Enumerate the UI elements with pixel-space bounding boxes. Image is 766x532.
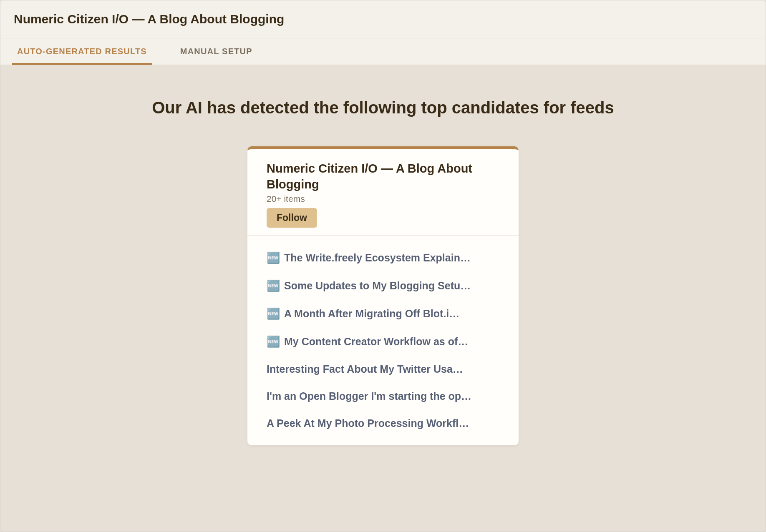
headline: Our AI has detected the following top ca…: [17, 98, 749, 117]
list-item[interactable]: 🆕 A Month After Migrating Off Blot.i…: [247, 300, 519, 328]
list-item[interactable]: 🆕 The Write.freely Ecosystem Explain…: [247, 244, 519, 272]
new-icon: 🆕: [267, 251, 280, 264]
item-text: My Content Creator Workflow as of…: [284, 336, 499, 348]
item-text: Some Updates to My Blogging Setu…: [284, 280, 499, 292]
card-subtitle: 20+ items: [267, 194, 499, 204]
follow-button[interactable]: Follow: [267, 208, 317, 228]
card-header: Numeric Citizen I/O — A Blog About Blogg…: [247, 149, 519, 236]
card-list: 🆕 The Write.freely Ecosystem Explain… 🆕 …: [247, 236, 519, 445]
item-text: Interesting Fact About My Twitter Usa…: [267, 363, 499, 375]
new-icon: 🆕: [267, 307, 280, 320]
item-text: I'm an Open Blogger I'm starting the op…: [267, 390, 499, 402]
tabs: AUTO-GENERATED RESULTS MANUAL SETUP: [0, 38, 766, 65]
page-title: Numeric Citizen I/O — A Blog About Blogg…: [14, 12, 752, 26]
item-text: The Write.freely Ecosystem Explain…: [284, 252, 499, 264]
item-text: A Month After Migrating Off Blot.i…: [284, 308, 499, 320]
header: Numeric Citizen I/O — A Blog About Blogg…: [0, 0, 766, 38]
content: Our AI has detected the following top ca…: [0, 65, 766, 479]
tab-manual-setup[interactable]: MANUAL SETUP: [164, 38, 269, 65]
list-item[interactable]: A Peek At My Photo Processing Workfl…: [247, 410, 519, 437]
list-item[interactable]: I'm an Open Blogger I'm starting the op…: [247, 383, 519, 410]
new-icon: 🆕: [267, 335, 280, 348]
feed-card: Numeric Citizen I/O — A Blog About Blogg…: [247, 146, 519, 445]
list-item[interactable]: Interesting Fact About My Twitter Usa…: [247, 356, 519, 383]
card-title: Numeric Citizen I/O — A Blog About Blogg…: [267, 161, 499, 192]
tab-auto-generated[interactable]: AUTO-GENERATED RESULTS: [0, 38, 164, 65]
list-item[interactable]: 🆕 My Content Creator Workflow as of…: [247, 328, 519, 356]
list-item[interactable]: 🆕 Some Updates to My Blogging Setu…: [247, 272, 519, 300]
item-text: A Peek At My Photo Processing Workfl…: [267, 417, 499, 429]
new-icon: 🆕: [267, 279, 280, 292]
